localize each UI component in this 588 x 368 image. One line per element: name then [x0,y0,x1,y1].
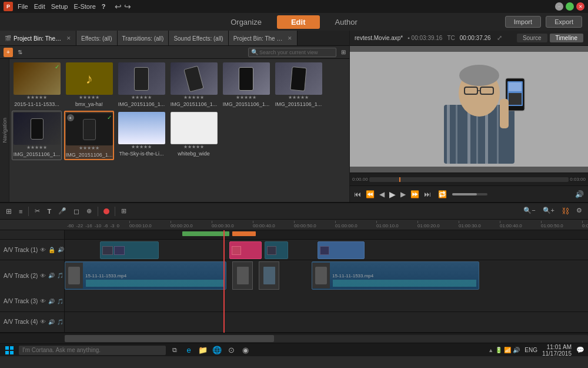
bin-tab-close-1[interactable]: ✕ [66,35,71,41]
sort-button[interactable]: ⇅ [18,49,22,55]
track-4-content[interactable] [65,312,588,332]
edge-icon[interactable]: e [183,345,194,356]
media-item-3[interactable]: ★★★★★ IMG_20151106_1... [116,61,166,108]
record-button[interactable] [103,208,109,214]
tab-author[interactable]: Author [321,15,372,29]
track-3-eye[interactable]: 👁 [40,298,46,304]
track-2-content[interactable]: 15-11-11-1533.mp4 [65,260,588,291]
bin-tab-close-2[interactable]: ✕ [288,35,292,41]
undo-button[interactable]: ↩ [115,2,122,11]
redo-button[interactable]: ↪ [124,2,131,11]
track2-clip-second[interactable]: 15-11-11-1533.mp4 [312,261,479,290]
volume-sys-icon[interactable]: 🔊 [513,347,520,353]
track-3-content[interactable] [65,291,588,311]
cortana-search[interactable] [19,346,166,355]
track-2-eye[interactable]: 👁 [40,273,46,279]
snap-toggle[interactable]: ⊞ [119,206,129,216]
volume-icon[interactable]: 🔊 [573,189,586,200]
track-1-vol[interactable]: 🔊 [58,247,64,253]
merge-tool[interactable]: ◻ [71,206,82,217]
track1-clip-3[interactable] [318,241,365,259]
tab-source[interactable]: Source [517,34,547,42]
preview-timeline-ruler[interactable]: 0:00.00 0:03:00 [350,173,588,185]
list-view-icon[interactable]: ≡ [16,207,25,216]
minimize-icon[interactable]: − [555,2,563,11]
view-toggle[interactable]: ⊞ [341,49,346,55]
media-item-10[interactable]: ★★★★★ whitebg_wide [169,111,219,160]
track-1-eye[interactable]: 👁 [40,247,46,253]
tab-organize[interactable]: Organize [216,15,276,29]
start-button[interactable] [4,344,15,356]
menu-file[interactable]: File [18,3,28,10]
razor-tool[interactable]: ✂ [32,206,42,216]
media-item-6[interactable]: ★★★★★ IMG_20151106_1... [273,61,323,108]
volume-slider[interactable] [452,193,570,195]
track1-clip-pink[interactable] [229,241,262,259]
bin-tab-soundeffects[interactable]: Sound Effects: (all) [169,31,228,46]
chrome-icon[interactable]: ⊙ [226,345,236,356]
play-button[interactable]: ▶ [387,188,397,200]
media-item-5[interactable]: ★★★★★ IMG_20151106_1... [221,61,271,108]
tab-edit[interactable]: Edit [277,15,320,29]
track-4-vol[interactable]: 🔊 [48,319,55,325]
text-tool[interactable]: T [45,207,54,216]
time-ruler[interactable]: -60-22-16-10-6-30 00:00:10.0 00:00:20.0 … [0,220,588,230]
ie-icon[interactable]: 🌐 [212,345,222,356]
expand-icon[interactable]: ⤢ [497,34,502,42]
track1-clip-2[interactable] [265,241,288,259]
next-frame-icon[interactable]: ⏭ [422,189,433,200]
maximize-icon[interactable] [566,2,574,11]
next-10s-icon[interactable]: ⏩ [409,189,421,200]
settings-icon[interactable]: ⚙ [574,205,584,217]
app-icon[interactable]: ◉ [240,345,250,356]
track-1-content[interactable] [65,240,588,260]
loop-icon[interactable]: 🔁 [436,189,449,200]
task-view-icon[interactable]: ⧉ [169,345,180,356]
track-1-lock[interactable]: 🔒 [48,247,55,253]
track-3-mute[interactable]: 🎵 [57,299,64,304]
search-media-input[interactable]: 🔍 Search your current view [248,48,336,57]
track2-clip-gap1[interactable] [232,261,253,290]
media-item-8[interactable]: ✓ + ★★★★★ IMG_20151106_1... [64,111,114,160]
media-item-9[interactable]: ★★★★★ The-Sky-is-the-Li... [116,111,166,160]
media-item-1[interactable]: ✓ ★★★★★ 2015-11-11-1533... [12,61,62,108]
close-icon[interactable]: ✕ [576,2,584,11]
menu-edit[interactable]: Edit [34,3,45,10]
bin-tab-project1[interactable]: 🎬 Project Bin: The Sky is th... ✕ [0,31,76,46]
menu-help[interactable]: ? [102,3,106,10]
up-arrow-icon[interactable]: ▲ [488,347,493,353]
track-3-vol[interactable]: 🔊 [48,299,55,304]
tab-timeline[interactable]: Timeline [550,34,583,42]
media-item-7[interactable]: ★★★★★ IMG_20151106_1... [12,111,62,160]
step-back-icon[interactable]: ◀ [377,189,386,200]
media-item-2[interactable]: ♪ ★★★★★ bmx_ya-ha! [64,61,114,108]
track-2-vol[interactable]: 🔊 [48,273,55,279]
track-4-mute[interactable]: 🎵 [57,319,64,325]
prev-10s-icon[interactable]: ⏪ [364,189,376,200]
menu-setup[interactable]: Setup [51,3,68,10]
step-forward-icon[interactable]: ▶ [399,189,407,200]
export-button[interactable]: Export [546,16,582,28]
import-button[interactable]: Import [505,16,541,28]
preview-scrubber[interactable] [369,177,569,182]
menu-estore[interactable]: E-Store [74,3,95,10]
zoom-out-icon[interactable]: 🔍− [521,205,537,217]
mic-tool[interactable]: 🎤 [56,206,69,216]
join-tool[interactable]: ⊕ [84,206,94,216]
bin-tab-effects[interactable]: Effects: (all) [76,31,118,46]
track1-clip-1[interactable] [100,241,159,259]
bin-tab-project2[interactable]: Project Bin: The Sky is th... ✕ [229,31,298,46]
track-4-eye[interactable]: 👁 [40,319,46,325]
zoom-in-icon[interactable]: 🔍+ [540,205,557,217]
notification-icon[interactable]: 💬 [576,346,584,354]
track2-clip-main[interactable]: 15-11-11-1533.mp4 [65,261,226,290]
bin-tab-transitions[interactable]: Transitions: (all) [118,31,169,46]
scale-bar[interactable] [0,333,588,343]
track-2-mute[interactable]: 🎵 [57,273,64,279]
folder-icon[interactable]: 📁 [198,345,208,356]
link-icon[interactable]: ⛓ [559,205,572,217]
prev-frame-icon[interactable]: ⏮ [352,189,363,200]
media-item-4[interactable]: ★★★★★ IMG_20151106_1... [169,61,219,108]
track2-clip-gap2[interactable] [259,261,279,290]
grid-view-icon[interactable]: ⊞ [4,206,14,217]
